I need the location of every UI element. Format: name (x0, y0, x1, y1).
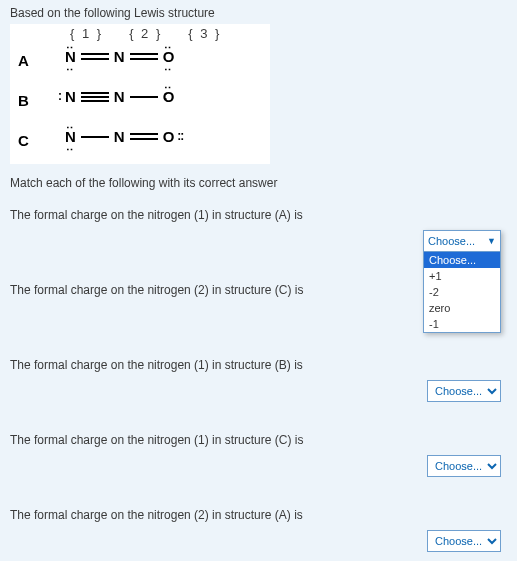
option-minus2[interactable]: -2 (424, 284, 500, 300)
structure-b: N N O (65, 88, 174, 105)
question-3-text: The formal charge on the nitrogen (1) in… (10, 358, 507, 372)
question-4-text: The formal charge on the nitrogen (1) in… (10, 433, 507, 447)
row-b-label: B (18, 92, 29, 109)
intro-text: Based on the following Lewis structure (10, 6, 507, 20)
row-c-label: C (18, 132, 29, 149)
row-a-label: A (18, 52, 29, 69)
option-plus1[interactable]: +1 (424, 268, 500, 284)
question-4: The formal charge on the nitrogen (1) in… (10, 433, 507, 508)
answer-select-3[interactable]: Choose... (427, 380, 501, 402)
question-3: The formal charge on the nitrogen (1) in… (10, 358, 507, 433)
dropdown-options: Choose... +1 -2 zero -1 (423, 252, 501, 333)
lewis-structure-image: { 1 } { 2 } { 3 } A N N O B N N O C N N … (10, 24, 270, 164)
col-1: { 1 } (70, 26, 103, 41)
answer-select-1[interactable]: Choose... ▼ Choose... +1 -2 zero -1 (423, 230, 501, 333)
answer-select-4[interactable]: Choose... (427, 455, 501, 477)
question-5: The formal charge on the nitrogen (2) in… (10, 508, 507, 561)
option-choose[interactable]: Choose... (424, 252, 500, 268)
chevron-down-icon: ▼ (487, 236, 496, 246)
answer-select-5[interactable]: Choose... (427, 530, 501, 552)
structure-a: N N O (65, 48, 174, 65)
question-5-text: The formal charge on the nitrogen (2) in… (10, 508, 507, 522)
question-1: The formal charge on the nitrogen (1) in… (10, 208, 507, 283)
col-3: { 3 } (188, 26, 221, 41)
option-minus1[interactable]: -1 (424, 316, 500, 332)
select-value: Choose... (428, 235, 475, 247)
col-2: { 2 } (129, 26, 162, 41)
option-zero[interactable]: zero (424, 300, 500, 316)
match-instruction: Match each of the following with its cor… (10, 176, 507, 190)
structure-c: N N O: (65, 128, 178, 145)
question-1-text: The formal charge on the nitrogen (1) in… (10, 208, 507, 222)
